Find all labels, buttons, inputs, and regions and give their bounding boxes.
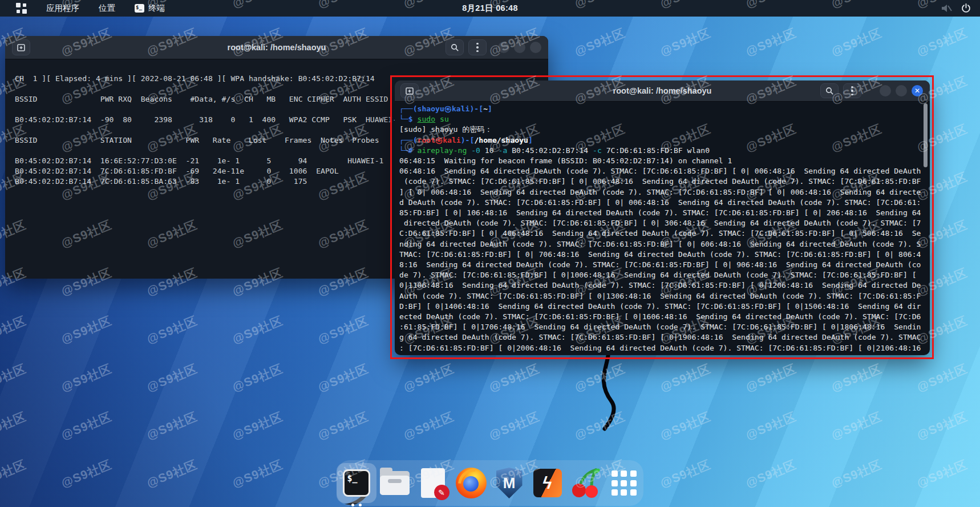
kebab-menu-icon <box>851 86 853 96</box>
applications-grid-icon[interactable] <box>8 0 35 17</box>
new-tab-icon <box>17 43 26 52</box>
close-button[interactable]: ✕ <box>912 85 923 96</box>
dock-file-manager[interactable] <box>379 467 411 499</box>
window-aireplay[interactable]: root@kali: /home/shaoyu ✕ ┌──(shaoyu㉿kal… <box>395 81 930 355</box>
terminal-line: directed DeAuth (code 7). STMAC: [7C:D6:… <box>399 218 926 228</box>
menu-places-label: 位置 <box>99 3 115 14</box>
app-indicator-terminal[interactable]: $_ 终端 <box>127 0 173 17</box>
app-grid-icon <box>612 470 637 496</box>
close-button[interactable] <box>530 42 541 53</box>
terminal-line: d DeAuth (code 7). STMAC: [7C:D6:61:85:F… <box>399 198 926 208</box>
new-tab-button[interactable] <box>400 83 419 98</box>
dock-metasploit[interactable]: M <box>493 467 525 499</box>
terminal-line: └─# aireplay-ng -0 10 -a B0:45:02:D2:B7:… <box>399 146 926 156</box>
scrollbar[interactable] <box>923 103 928 350</box>
terminal-line: 85:FD:BF] [ 0| 106:48:16 Sending 64 dire… <box>399 208 926 218</box>
power-icon[interactable] <box>961 3 971 13</box>
window-title: root@kali: /home/shaoyu <box>228 43 326 52</box>
menu-places[interactable]: 位置 <box>91 0 123 17</box>
aireplay-titlebar[interactable]: root@kali: /home/shaoyu ✕ <box>395 81 930 102</box>
dock-text-editor[interactable]: ✎ <box>417 467 449 499</box>
metasploit-icon: M <box>496 468 523 498</box>
menu-applications[interactable]: 应用程序 <box>38 0 87 17</box>
scrollbar-handle[interactable] <box>924 103 928 167</box>
airodump-titlebar[interactable]: root@kali: /home/shaoyu <box>5 36 548 59</box>
menu-button[interactable] <box>843 83 861 98</box>
speaker-muted-icon[interactable] <box>941 3 952 13</box>
terminal-line: ┌──(root㉿kali)-[/home/shaoyu] <box>399 135 926 146</box>
terminal-line: : [7C:D6:61:85:FD:BF] [ 0|2006:48:16 Sen… <box>399 343 926 353</box>
text-editor-icon: ✎ <box>421 468 445 498</box>
terminal-line: (code 7). STMAC: [7C:D6:61:85:FD:BF] [ 0… <box>399 176 926 187</box>
terminal-line: nding 64 directed DeAuth (code 7). STMAC… <box>399 239 926 250</box>
terminal-line: 0|1106:48:16 Sending 64 directed DeAuth … <box>399 280 926 291</box>
dock-app-grid[interactable] <box>608 467 640 499</box>
aireplay-output: ┌──(shaoyu㉿kali)-[~]└─$ sudo su[sudo] sh… <box>395 102 930 355</box>
minimize-button[interactable] <box>880 85 891 96</box>
terminal-line <box>15 63 542 74</box>
maximize-button[interactable] <box>896 85 907 96</box>
search-icon <box>451 43 459 52</box>
cherrytree-icon <box>571 468 601 498</box>
new-tab-button[interactable] <box>12 39 30 55</box>
top-bar: 应用程序 位置 $_ 终端 8月21日 06:48 <box>0 0 980 17</box>
terminal-line: 8:16 Sending 64 directed DeAuth (code 7)… <box>399 260 926 270</box>
terminal-line: C:D6:61:85:FD:BF] [ 0| 406:48:16 Sending… <box>399 228 926 239</box>
file-manager-icon <box>380 471 410 495</box>
terminal-line: ┌──(shaoyu㉿kali)-[~] <box>399 104 926 114</box>
minimize-button[interactable] <box>498 42 509 53</box>
terminal-icon: $_ <box>343 469 370 497</box>
search-button[interactable] <box>446 39 464 55</box>
terminal-line: 06:48:16 Sending 64 directed DeAuth (cod… <box>399 166 926 176</box>
terminal-line: g 64 directed DeAuth (code 7). STMAC: [7… <box>399 332 926 343</box>
grid-menu-icon <box>16 3 27 14</box>
terminal-line: TMAC: [7C:D6:61:85:FD:BF] [ 0| 706:48:16… <box>399 250 926 260</box>
app-indicator-label: 终端 <box>148 3 165 14</box>
search-icon <box>825 87 834 95</box>
maximize-button[interactable] <box>514 42 525 53</box>
terminal-line: :61:85:FD:BF] [ 0|1706:48:16 Sending 64 … <box>399 322 926 332</box>
dock-terminal[interactable]: $_ <box>341 467 372 499</box>
terminal-line: └─$ sudo su <box>399 114 926 124</box>
terminal-line: ected DeAuth (code 7). STMAC: [7C:D6:61:… <box>399 312 926 322</box>
dock-burpsuite[interactable]: ϟ <box>532 467 564 499</box>
clock[interactable]: 8月21日 06:48 <box>462 3 518 14</box>
terminal-line: 06:48:15 Waiting for beacon frame (BSSID… <box>399 156 926 166</box>
terminal-line: [sudo] shaoyu 的密码： <box>399 124 926 135</box>
menu-applications-label: 应用程序 <box>46 3 79 14</box>
terminal-line: ] [ 0| 006:48:16 Sending 64 directed DeA… <box>399 187 926 198</box>
terminal-line: de 7). STMAC: [7C:D6:61:85:FD:BF] [ 0|10… <box>399 270 926 280</box>
terminal-line: Auth (code 7). STMAC: [7C:D6:61:85:FD:BF… <box>399 291 926 301</box>
running-indicator-dots <box>351 504 362 506</box>
dock: $_ ✎ M ϟ <box>337 460 643 506</box>
dock-firefox[interactable] <box>455 467 487 499</box>
new-tab-icon <box>405 86 414 95</box>
window-title: root@kali: /home/shaoyu <box>613 86 712 95</box>
terminal-badge-icon: $_ <box>135 4 144 13</box>
burpsuite-icon: ϟ <box>533 469 562 497</box>
pencil-badge-icon: ✎ <box>434 485 449 500</box>
kebab-menu-icon <box>476 43 479 53</box>
search-button[interactable] <box>820 83 839 98</box>
menu-button[interactable] <box>468 39 487 55</box>
dock-cherrytree[interactable] <box>570 467 602 499</box>
terminal-line: D:BF] [ 0|1406:48:16 Sending 64 directed… <box>399 301 926 312</box>
firefox-icon <box>456 468 487 498</box>
